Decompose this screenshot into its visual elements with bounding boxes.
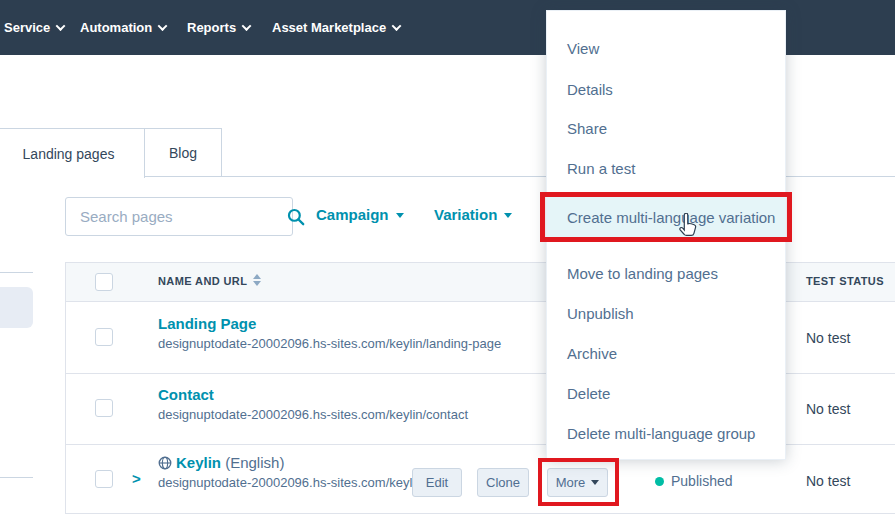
menu-item-create-multi-language-variation-highlight: Create multi-language variation [547,197,785,239]
side-panel-edge-item [0,287,33,328]
page-name-line: Keylin (English) [158,454,412,471]
tab-blog[interactable]: Blog [145,128,222,177]
nav-item-label: Service [4,20,50,35]
test-status-value: No test [806,401,850,417]
menu-item-details[interactable]: Details [567,80,775,100]
row-checkbox[interactable] [95,328,113,346]
menu-item-move-to-landing-pages[interactable]: Move to landing pages [567,264,775,284]
side-panel-edge-divider [0,272,33,273]
side-panel-edge-divider [0,477,33,478]
tab-label: Landing pages [23,146,115,162]
edit-button[interactable]: Edit [412,468,462,497]
search-box [65,197,293,236]
menu-item-delete[interactable]: Delete [567,384,775,404]
nav-item-label: Reports [187,20,236,35]
nav-item-automation[interactable]: Automation [80,0,166,55]
row-divider [66,513,895,514]
chevron-down-icon [392,21,402,31]
more-button-label: More [556,475,586,490]
nav-item-label: Automation [80,20,152,35]
caret-down-icon [504,213,512,218]
page-language: (English) [225,454,284,471]
menu-item-share[interactable]: Share [567,119,775,139]
search-input[interactable] [66,198,287,235]
caret-down-icon [396,213,404,218]
chevron-down-icon [242,21,252,31]
menu-item-run-a-test[interactable]: Run a test [567,159,775,179]
filter-label: Variation [434,206,497,223]
row-checkbox[interactable] [95,399,113,417]
globe-icon [158,456,172,470]
menu-item-unpublish[interactable]: Unpublish [567,304,775,324]
menu-item-view[interactable]: View [567,39,775,59]
chevron-right-icon[interactable]: > [132,470,141,487]
chevron-down-icon [158,21,168,31]
nav-item-service[interactable]: Service [4,0,64,55]
page-name-link[interactable]: Contact [158,386,468,403]
page-url: designuptodate-20002096.hs-sites.com/key… [158,407,468,422]
tab-landing-pages[interactable]: Landing pages [0,128,145,178]
more-button[interactable]: More [547,468,608,497]
sort-up-arrow [253,274,261,279]
menu-item-create-multi-language-variation[interactable]: Create multi-language variation [567,197,785,239]
caret-down-icon [591,480,599,485]
sort-icon[interactable] [253,274,261,286]
pages-manager-screen: Service Automation Reports Asset Marketp… [0,0,895,524]
menu-item-delete-multi-language-group[interactable]: Delete multi-language group [567,424,775,444]
variation-filter-dropdown[interactable]: Variation [434,206,512,223]
sort-down-arrow [253,281,261,286]
test-status-value: No test [806,330,850,346]
page-url: designuptodate-20002096.hs-sites.com/key… [158,336,501,351]
clone-button-label: Clone [486,475,520,490]
tab-label: Blog [169,145,197,161]
page-url: designuptodate-20002096.hs-sites.com/key… [158,475,412,490]
column-header-test-status[interactable]: TEST STATUS [806,275,884,287]
search-icon[interactable] [287,208,305,226]
publish-status-label: Published [671,473,733,489]
select-all-checkbox[interactable] [95,273,113,291]
published-status-dot [655,477,664,486]
more-actions-menu: View Details Share Run a test Create mul… [546,10,786,460]
campaign-filter-dropdown[interactable]: Campaign [316,206,404,223]
clone-button[interactable]: Clone [477,468,529,497]
page-name-link[interactable]: Landing Page [158,315,501,332]
nav-item-label: Asset Marketplace [272,20,386,35]
column-header-name-url[interactable]: NAME AND URL [158,275,247,287]
filter-label: Campaign [316,206,389,223]
chevron-down-icon [56,21,66,31]
nav-item-asset-marketplace[interactable]: Asset Marketplace [272,0,400,55]
nav-item-reports[interactable]: Reports [187,0,250,55]
edit-button-label: Edit [426,475,448,490]
menu-item-archive[interactable]: Archive [567,344,775,364]
row-checkbox[interactable] [95,470,113,488]
test-status-value: No test [806,473,850,489]
page-name-link[interactable]: Keylin [176,454,221,471]
